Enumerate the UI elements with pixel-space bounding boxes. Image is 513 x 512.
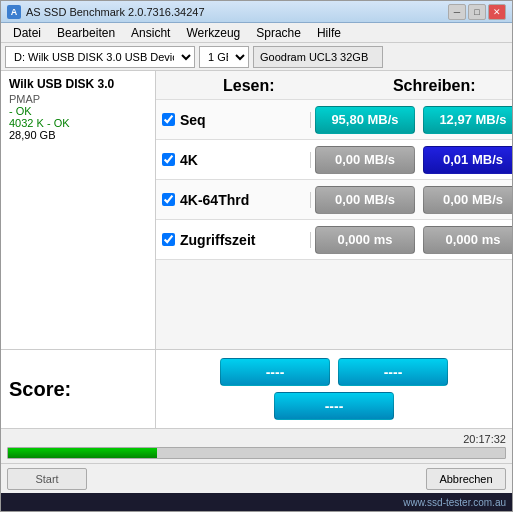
table-row: 4K 0,00 MB/s 0,01 MB/s bbox=[156, 140, 512, 180]
access-label: Zugriffszeit bbox=[180, 232, 255, 248]
progress-time: 20:17:32 bbox=[7, 433, 506, 445]
score-write-btn: ---- bbox=[338, 358, 448, 386]
4k64-read-value: 0,00 MB/s bbox=[315, 186, 415, 214]
menu-bar: DateiBearbeitenAnsichtWerkzeugSpracheHil… bbox=[1, 23, 512, 43]
size-select[interactable]: 1 GB bbox=[199, 46, 249, 68]
4k-write-cell: 0,01 MB/s bbox=[419, 142, 512, 178]
bench-rows: Seq 95,80 MB/s 12,97 MB/s bbox=[156, 100, 512, 349]
window-title: AS SSD Benchmark 2.0.7316.34247 bbox=[26, 6, 448, 18]
score-section: Score: ---- ---- ---- bbox=[1, 349, 512, 429]
device-label: Goodram UCL3 32GB bbox=[253, 46, 383, 68]
bench-header: Lesen: Schreiben: bbox=[156, 71, 512, 100]
start-button[interactable]: Start bbox=[7, 468, 87, 490]
progress-bar-fill bbox=[8, 448, 157, 458]
row-label-4k: 4K bbox=[156, 152, 311, 168]
status-ok1: - OK bbox=[9, 105, 147, 117]
status-ok2: 4032 K - OK bbox=[9, 117, 147, 129]
access-write-value: 0,000 ms bbox=[423, 226, 512, 254]
menu-item-datei[interactable]: Datei bbox=[5, 24, 49, 42]
menu-item-ansicht[interactable]: Ansicht bbox=[123, 24, 178, 42]
score-label: Score: bbox=[1, 350, 156, 428]
main-content: Wilk USB DISK 3.0 PMAP - OK 4032 K - OK … bbox=[1, 71, 512, 349]
write-header: Schreiben: bbox=[342, 71, 513, 99]
seq-checkbox[interactable] bbox=[162, 113, 175, 126]
seq-label: Seq bbox=[180, 112, 206, 128]
drive-select[interactable]: D: Wilk USB DISK 3.0 USB Device bbox=[5, 46, 195, 68]
access-checkbox[interactable] bbox=[162, 233, 175, 246]
seq-write-cell: 12,97 MB/s bbox=[419, 102, 512, 138]
4k64-write-value: 0,00 MB/s bbox=[423, 186, 512, 214]
4k64-values: 0,00 MB/s 0,00 MB/s bbox=[311, 182, 512, 218]
4k-checkbox[interactable] bbox=[162, 153, 175, 166]
score-total-btn: ---- bbox=[274, 392, 394, 420]
seq-read-value: 95,80 MB/s bbox=[315, 106, 415, 134]
size-info: 28,90 GB bbox=[9, 129, 147, 141]
left-panel: Wilk USB DISK 3.0 PMAP - OK 4032 K - OK … bbox=[1, 71, 156, 349]
right-panel: Lesen: Schreiben: Seq 95,80 MB/s bbox=[156, 71, 512, 349]
app-icon: A bbox=[7, 5, 21, 19]
row-label-4k64: 4K-64Thrd bbox=[156, 192, 311, 208]
4k64-checkbox[interactable] bbox=[162, 193, 175, 206]
restore-button[interactable]: □ bbox=[468, 4, 486, 20]
seq-write-value: 12,97 MB/s bbox=[423, 106, 512, 134]
access-values: 0,000 ms 0,000 ms bbox=[311, 222, 512, 258]
row-label-access: Zugriffszeit bbox=[156, 232, 311, 248]
watermark-text: www.ssd-tester.com.au bbox=[403, 497, 506, 508]
menu-item-werkzeug[interactable]: Werkzeug bbox=[178, 24, 248, 42]
bottom-left-buttons: Start bbox=[7, 468, 87, 490]
progress-bar-container bbox=[7, 447, 506, 459]
close-button[interactable]: ✕ bbox=[488, 4, 506, 20]
main-window: A AS SSD Benchmark 2.0.7316.34247 ─ □ ✕ … bbox=[0, 0, 513, 512]
4k-label: 4K bbox=[180, 152, 198, 168]
score-top-row: ---- ---- bbox=[220, 358, 448, 386]
table-row: Zugriffszeit 0,000 ms 0,000 ms bbox=[156, 220, 512, 260]
menu-item-sprache[interactable]: Sprache bbox=[248, 24, 309, 42]
4k64-read-cell: 0,00 MB/s bbox=[311, 182, 419, 218]
table-row: 4K-64Thrd 0,00 MB/s 0,00 MB/s bbox=[156, 180, 512, 220]
cancel-button[interactable]: Abbrechen bbox=[426, 468, 506, 490]
menu-item-hilfe[interactable]: Hilfe bbox=[309, 24, 349, 42]
minimize-button[interactable]: ─ bbox=[448, 4, 466, 20]
progress-section: 20:17:32 bbox=[1, 429, 512, 463]
4k-write-value: 0,01 MB/s bbox=[423, 146, 512, 174]
menu-item-bearbeiten[interactable]: Bearbeiten bbox=[49, 24, 123, 42]
score-read-btn: ---- bbox=[220, 358, 330, 386]
device-name: Wilk USB DISK 3.0 bbox=[9, 77, 147, 91]
score-bottom-row: ---- bbox=[274, 392, 394, 420]
table-row: Seq 95,80 MB/s 12,97 MB/s bbox=[156, 100, 512, 140]
4k-read-value: 0,00 MB/s bbox=[315, 146, 415, 174]
seq-read-cell: 95,80 MB/s bbox=[311, 102, 419, 138]
watermark: www.ssd-tester.com.au bbox=[1, 493, 512, 511]
4k-read-cell: 0,00 MB/s bbox=[311, 142, 419, 178]
4k-values: 0,00 MB/s 0,01 MB/s bbox=[311, 142, 512, 178]
score-values: ---- ---- ---- bbox=[156, 350, 512, 428]
access-read-cell: 0,000 ms bbox=[311, 222, 419, 258]
4k64-label: 4K-64Thrd bbox=[180, 192, 249, 208]
pmap-label: PMAP bbox=[9, 93, 147, 105]
seq-values: 95,80 MB/s 12,97 MB/s bbox=[311, 102, 512, 138]
read-header: Lesen: bbox=[156, 71, 342, 99]
toolbar: D: Wilk USB DISK 3.0 USB Device 1 GB Goo… bbox=[1, 43, 512, 71]
row-label-seq: Seq bbox=[156, 112, 311, 128]
title-bar: A AS SSD Benchmark 2.0.7316.34247 ─ □ ✕ bbox=[1, 1, 512, 23]
access-write-cell: 0,000 ms bbox=[419, 222, 512, 258]
4k64-write-cell: 0,00 MB/s bbox=[419, 182, 512, 218]
bottom-bar: Start Abbrechen bbox=[1, 463, 512, 493]
window-controls: ─ □ ✕ bbox=[448, 4, 506, 20]
access-read-value: 0,000 ms bbox=[315, 226, 415, 254]
